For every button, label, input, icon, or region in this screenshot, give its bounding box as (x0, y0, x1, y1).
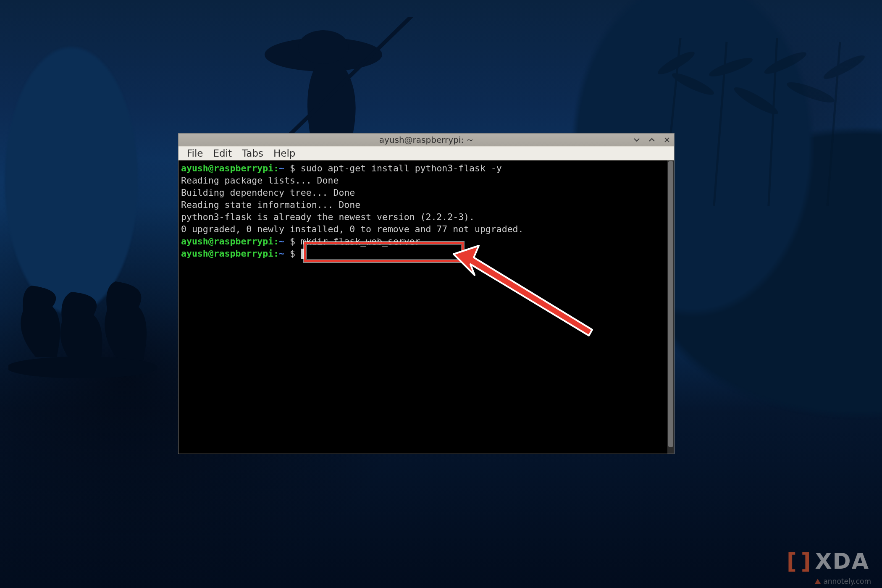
svg-point-11 (707, 55, 754, 80)
annotation-highlight-box (304, 242, 464, 262)
menu-file[interactable]: File (182, 147, 208, 160)
terminal-window[interactable]: ayush@raspberrypi: ~ File Edit Tabs Help… (178, 134, 674, 454)
annotely-text: annotely.com (823, 577, 871, 585)
wallpaper-cormorants-silhouette (8, 269, 168, 378)
menu-help[interactable]: Help (268, 147, 300, 160)
watermark-xda: [] XDA (787, 549, 869, 574)
window-controls (632, 134, 672, 146)
prompt-user: ayush@raspberrypi (181, 163, 273, 173)
close-icon (664, 136, 670, 143)
scrollbar-thumb[interactable] (668, 161, 673, 447)
terminal-line: sudo apt-get install python3-flask -y (301, 163, 502, 173)
xda-bracket-icon: ] (801, 549, 812, 574)
terminal-line: Reading package lists... Done (181, 175, 339, 186)
window-title: ayush@raspberrypi: ~ (178, 135, 674, 145)
menu-edit[interactable]: Edit (208, 147, 237, 160)
svg-line-3 (281, 17, 428, 143)
maximize-button[interactable] (647, 135, 656, 144)
svg-point-13 (762, 49, 808, 77)
terminal-line: 0 upgraded, 0 newly installed, 0 to remo… (181, 224, 523, 234)
terminal-output[interactable]: ayush@raspberrypi:~ $ sudo apt-get insta… (178, 160, 674, 454)
terminal-line: python3-flask is already the newest vers… (181, 212, 475, 222)
prompt-symbol: $ (290, 163, 295, 173)
menubar: File Edit Tabs Help (178, 146, 674, 160)
annotely-logo-icon (815, 579, 821, 584)
terminal-line: Reading state information... Done (181, 200, 360, 210)
svg-point-15 (822, 52, 867, 83)
menu-tabs[interactable]: Tabs (237, 147, 268, 160)
chevron-down-icon (633, 136, 640, 143)
svg-point-14 (785, 79, 836, 106)
svg-point-10 (670, 70, 716, 98)
svg-point-1 (298, 30, 349, 64)
xda-bracket-icon: [ (787, 549, 798, 574)
xda-text: XDA (815, 549, 870, 574)
prompt-path: ~ (279, 163, 284, 173)
terminal-line: Building dependency tree... Done (181, 187, 355, 198)
terminal-scrollbar[interactable] (667, 160, 674, 454)
chevron-up-icon (648, 136, 655, 143)
watermark-annotely: annotely.com (815, 577, 871, 585)
window-titlebar[interactable]: ayush@raspberrypi: ~ (178, 134, 674, 146)
svg-point-4 (8, 357, 158, 378)
minimize-button[interactable] (632, 135, 641, 144)
close-button[interactable] (662, 135, 672, 144)
